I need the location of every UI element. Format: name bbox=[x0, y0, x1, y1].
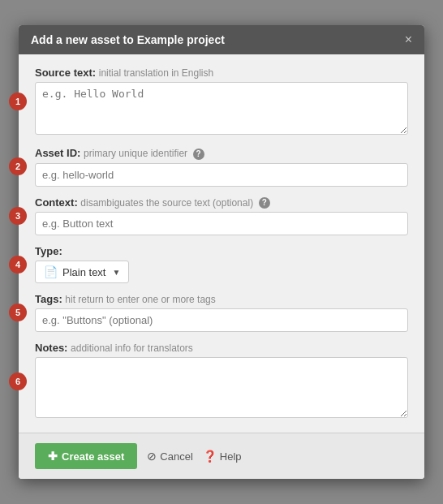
type-label: Type: bbox=[35, 245, 408, 257]
context-label: Context: disambiguates the source text (… bbox=[35, 196, 408, 209]
step-badge-5: 5 bbox=[9, 304, 27, 321]
close-button[interactable]: × bbox=[405, 33, 412, 46]
plus-icon: ✚ bbox=[48, 450, 58, 463]
context-field: 3 Context: disambiguates the source text… bbox=[35, 196, 408, 236]
source-text-label: Source text: initial translation in Engl… bbox=[35, 67, 408, 79]
modal-header: Add a new asset to Example project × bbox=[19, 25, 424, 54]
asset-id-hint: primary unique identifier bbox=[84, 148, 187, 159]
notes-field: 6 Notes: additional info for translators bbox=[35, 342, 408, 420]
help-button[interactable]: ❓ Help bbox=[203, 450, 242, 463]
cancel-icon: ⊘ bbox=[147, 450, 157, 463]
asset-id-input[interactable] bbox=[35, 163, 408, 187]
create-asset-label: Create asset bbox=[62, 450, 124, 463]
context-input[interactable] bbox=[35, 212, 408, 235]
step-badge-1: 1 bbox=[9, 93, 27, 110]
help-icon: ❓ bbox=[203, 450, 217, 463]
asset-id-field: 2 Asset ID: primary unique identifier ? bbox=[35, 147, 408, 187]
asset-id-label: Asset ID: primary unique identifier ? bbox=[35, 147, 408, 160]
notes-input[interactable] bbox=[35, 357, 408, 418]
cancel-label: Cancel bbox=[160, 450, 192, 463]
source-text-field: 1 Source text: initial translation in En… bbox=[35, 67, 408, 137]
plain-text-icon: 📄 bbox=[44, 265, 58, 278]
notes-label: Notes: additional info for translators bbox=[35, 342, 408, 354]
step-badge-2: 2 bbox=[9, 157, 27, 175]
source-text-input[interactable] bbox=[35, 82, 408, 135]
create-asset-button[interactable]: ✚ Create asset bbox=[35, 443, 137, 469]
step-badge-3: 3 bbox=[9, 207, 27, 225]
asset-id-help-icon[interactable]: ? bbox=[193, 149, 204, 160]
tags-input[interactable] bbox=[35, 308, 408, 332]
type-value: Plain text bbox=[62, 266, 105, 278]
context-hint: disambiguates the source text (optional) bbox=[80, 197, 253, 209]
tags-field: 5 Tags: hit return to enter one or more … bbox=[35, 293, 408, 332]
modal-title: Add a new asset to Example project bbox=[31, 33, 225, 46]
cancel-button[interactable]: ⊘ Cancel bbox=[147, 450, 192, 463]
source-text-hint: initial translation in English bbox=[99, 67, 213, 79]
type-dropdown[interactable]: 📄 Plain text ▼ bbox=[35, 261, 129, 283]
step-badge-4: 4 bbox=[9, 256, 27, 274]
modal-body: 1 Source text: initial translation in En… bbox=[19, 54, 424, 433]
notes-hint: additional info for translators bbox=[71, 342, 193, 354]
tags-label: Tags: hit return to enter one or more ta… bbox=[35, 293, 408, 305]
type-field: 4 Type: 📄 Plain text ▼ bbox=[35, 245, 408, 283]
step-badge-6: 6 bbox=[9, 373, 27, 390]
dropdown-arrow-icon: ▼ bbox=[112, 268, 120, 277]
help-label: Help bbox=[220, 450, 242, 463]
tags-hint: hit return to enter one or more tags bbox=[65, 294, 215, 305]
context-help-icon[interactable]: ? bbox=[259, 197, 270, 209]
modal-dialog: Add a new asset to Example project × 1 S… bbox=[19, 25, 424, 479]
modal-footer: ✚ Create asset ⊘ Cancel ❓ Help bbox=[19, 433, 424, 479]
